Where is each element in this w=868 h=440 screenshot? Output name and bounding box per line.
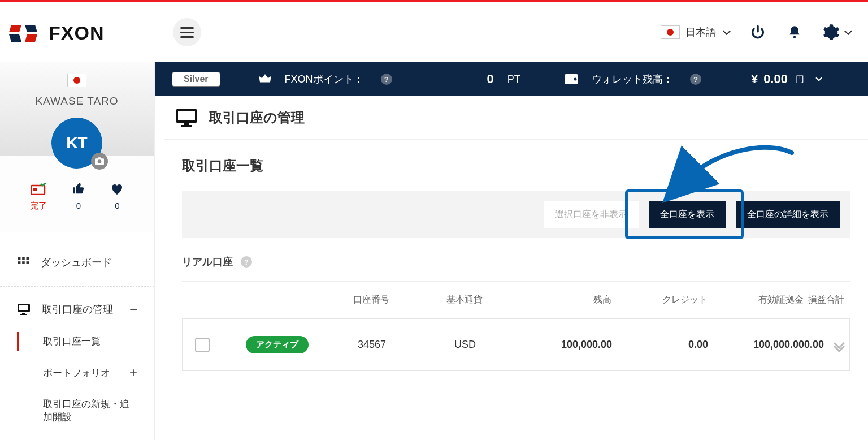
help-icon[interactable]: ?	[381, 74, 392, 85]
cell-equity: 100,000.00	[708, 339, 804, 351]
expand-icon: +	[129, 365, 137, 381]
help-icon[interactable]: ?	[690, 74, 701, 85]
cell-balance: 100,000.00	[510, 339, 612, 351]
content-card: 取引口座一覧 選択口座を非表示 全口座を表示 全口座の詳細を表示 リアル口座	[164, 139, 868, 382]
card-title: 取引口座一覧	[182, 157, 850, 175]
camera-icon	[95, 157, 104, 165]
power-button[interactable]	[749, 24, 766, 41]
language-selector[interactable]: 日本語	[661, 25, 730, 39]
chevron-down-icon	[815, 75, 822, 81]
svg-point-1	[793, 36, 796, 38]
monitor-icon	[17, 303, 31, 316]
nav-dashboard-label: ダッシュボード	[41, 256, 112, 269]
profile-card: KAWASE TARO KT 完了 0 0	[0, 62, 154, 232]
annotation-highlight	[625, 189, 744, 239]
svg-text:FXON: FXON	[49, 22, 104, 44]
stat-verification[interactable]: 完了	[30, 183, 47, 212]
cell-base-ccy: USD	[420, 339, 510, 351]
collapse-icon: −	[129, 301, 137, 317]
col-credit: クレジット	[611, 294, 708, 306]
notifications-button[interactable]	[786, 24, 803, 41]
expand-row-button[interactable]	[835, 338, 843, 352]
monitor-icon	[175, 109, 198, 127]
info-bar: Silver FXONポイント： ? 0 PT ウォレット残高： ? ¥ 0.0…	[155, 62, 868, 96]
page-heading: 取引口座の管理	[209, 109, 305, 127]
stat-likes-value: 0	[76, 201, 81, 210]
svg-rect-2	[31, 186, 45, 195]
svg-point-15	[574, 78, 576, 81]
col-base-ccy: 基本通貨	[419, 294, 510, 306]
language-label: 日本語	[685, 25, 716, 39]
wallet-icon	[565, 74, 578, 84]
japan-flag-icon	[661, 25, 680, 39]
col-balance: 残高	[510, 294, 611, 306]
stat-favorites-value: 0	[115, 201, 119, 210]
svg-rect-19	[181, 125, 192, 127]
table-header: 口座番号 基本通貨 残高 クレジット 有効証拠金 損益合計	[182, 282, 850, 318]
upload-photo-button[interactable]	[91, 153, 108, 170]
nav-dashboard[interactable]: ダッシュボード	[0, 247, 154, 287]
svg-rect-13	[20, 314, 27, 315]
svg-rect-7	[18, 261, 21, 264]
table-row: アクティブ 34567 USD 100,000.00 0.00 100,000.…	[182, 318, 850, 371]
subnav-portfolio-label: ポートフォリオ	[43, 366, 110, 379]
wallet-label: ウォレット残高：	[592, 72, 673, 86]
cell-pl: 0.00	[804, 339, 835, 351]
help-icon[interactable]: ?	[241, 256, 252, 268]
chevron-down-icon	[723, 27, 731, 35]
tier-badge: Silver	[172, 72, 220, 87]
col-pl: 損益合計	[804, 294, 849, 306]
hide-selected-button[interactable]: 選択口座を非表示	[544, 201, 639, 228]
svg-rect-17	[178, 111, 195, 120]
wallet-balance-dropdown[interactable]: ¥ 0.00 円	[751, 72, 821, 87]
thumb-up-icon	[72, 183, 85, 195]
svg-rect-8	[22, 261, 25, 264]
row-checkbox[interactable]	[195, 338, 210, 352]
accounts-toolbar: 選択口座を非表示 全口座を表示 全口座の詳細を表示	[182, 191, 850, 238]
cell-account-no: 34567	[324, 339, 420, 351]
subnav-open-new-account[interactable]: 取引口座の新規・追加開設	[0, 389, 154, 432]
svg-rect-5	[22, 257, 25, 260]
nav-manage-accounts[interactable]: 取引口座の管理 −	[0, 292, 154, 326]
nav-manage-accounts-label: 取引口座の管理	[42, 303, 113, 316]
points-value: 0	[487, 72, 494, 87]
brand-logo[interactable]: FXON	[9, 19, 139, 45]
hamburger-icon	[180, 27, 194, 38]
col-equity: 有効証拠金	[708, 294, 804, 306]
svg-rect-9	[27, 261, 29, 264]
id-card-icon	[31, 183, 46, 195]
sidebar: KAWASE TARO KT 完了 0 0	[0, 62, 155, 440]
japan-flag-icon	[67, 74, 86, 87]
header: FXON 日本語	[0, 2, 868, 62]
stat-likes[interactable]: 0	[72, 183, 85, 212]
points-unit: PT	[507, 74, 520, 85]
points-label: FXONポイント：	[285, 72, 364, 86]
show-all-details-button[interactable]: 全口座の詳細を表示	[736, 201, 840, 228]
page-heading-row: 取引口座の管理	[155, 96, 868, 139]
menu-toggle-button[interactable]	[173, 18, 201, 46]
heart-icon	[110, 183, 124, 195]
svg-rect-12	[22, 313, 25, 314]
stat-verification-label: 完了	[30, 201, 47, 212]
subnav-portfolio[interactable]: ポートフォリオ +	[0, 356, 154, 389]
svg-rect-18	[184, 123, 189, 125]
svg-rect-11	[19, 305, 28, 310]
subnav-account-list[interactable]: 取引口座一覧	[0, 326, 154, 356]
cell-credit: 0.00	[612, 339, 708, 351]
profile-name: KAWASE TARO	[0, 95, 154, 107]
subnav-open-new-label: 取引口座の新規・追加開設	[43, 398, 137, 424]
chevron-down-icon	[844, 27, 852, 35]
main: Silver FXONポイント： ? 0 PT ウォレット残高： ? ¥ 0.0…	[155, 62, 868, 440]
crown-icon	[259, 74, 271, 84]
status-badge: アクティブ	[246, 336, 309, 353]
settings-menu[interactable]	[823, 24, 851, 41]
stat-favorites[interactable]: 0	[110, 183, 124, 212]
grid-icon	[17, 256, 29, 269]
svg-rect-4	[18, 257, 21, 260]
gear-icon	[823, 24, 840, 41]
col-account-no: 口座番号	[323, 294, 419, 306]
svg-rect-6	[27, 257, 29, 260]
section-real-accounts: リアル口座 ?	[182, 255, 850, 282]
svg-rect-3	[33, 188, 37, 191]
subnav-account-list-label: 取引口座一覧	[43, 335, 101, 348]
